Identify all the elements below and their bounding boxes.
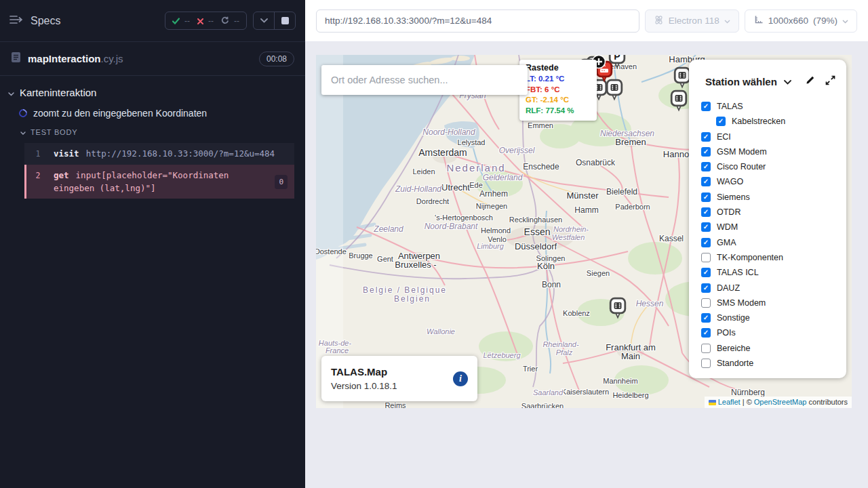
- map-place-label: Lelystad: [458, 138, 486, 146]
- checkbox-checked-icon[interactable]: [701, 283, 711, 293]
- command-method: get: [54, 170, 69, 180]
- aut-topbar: Electron 118 1000x660 (79%): [305, 0, 868, 42]
- map-place-label: Paderborn: [615, 203, 650, 211]
- station-checkbox-label: TALAS: [717, 102, 743, 111]
- test-body-row[interactable]: TEST BODY: [0, 119, 305, 136]
- command-log: 1 visithttp://192.168.10.33:3000/?m=12&u…: [24, 143, 294, 199]
- station-checkbox-row[interactable]: Standorte: [701, 359, 846, 368]
- checkbox-checked-icon[interactable]: [701, 313, 711, 323]
- osm-link[interactable]: OpenStreetMap: [754, 398, 807, 406]
- checkbox-checked-icon[interactable]: [701, 238, 711, 247]
- map-place-label: Hamm: [574, 205, 598, 215]
- station-checkbox-row[interactable]: GMA: [701, 238, 846, 247]
- info-icon[interactable]: i: [453, 371, 468, 386]
- checkbox-checked-icon[interactable]: [701, 328, 711, 338]
- map-place-label: Köln: [537, 261, 555, 271]
- checkbox-checked-icon[interactable]: [701, 102, 711, 111]
- station-checkbox-row[interactable]: Sonstige: [701, 313, 846, 323]
- station-checkbox-row[interactable]: Kabelstrecken: [716, 117, 846, 126]
- station-checkbox-row[interactable]: Siemens: [701, 192, 846, 202]
- station-checkbox-row[interactable]: Cisco Router: [701, 162, 846, 171]
- station-checkbox-row[interactable]: GSM Modem: [701, 147, 846, 157]
- checkbox-checked-icon[interactable]: [701, 192, 711, 202]
- spec-file-row[interactable]: mapInteraction .cy.js 00:08: [0, 42, 305, 76]
- station-checkbox-label: Cisco Router: [717, 162, 766, 171]
- viewport-size: 1000x660: [768, 16, 808, 26]
- station-checkbox-label: Siemens: [717, 192, 750, 202]
- map-place-label: Belgie / Belgique: [363, 285, 447, 295]
- spec-timer: 00:08: [259, 52, 294, 66]
- edit-pencil-icon[interactable]: [805, 75, 816, 88]
- command-number: 2: [29, 169, 47, 182]
- spec-file-name: mapInteraction: [28, 53, 101, 64]
- station-checkbox-row[interactable]: DAUZ: [701, 283, 846, 293]
- map-marker-p[interactable]: P: [608, 55, 626, 73]
- station-checkbox-row[interactable]: WAGO: [701, 177, 846, 186]
- station-checkbox-row[interactable]: TALAS ICL: [701, 268, 846, 277]
- chevron-down-icon[interactable]: [784, 75, 791, 87]
- map-marker-gray[interactable]: [609, 297, 627, 323]
- map-place-label: Oostende: [316, 247, 347, 256]
- map-place-label: Limburg: [477, 242, 504, 250]
- station-checkbox-label: TK-Komponenten: [717, 253, 783, 262]
- map-tooltip-rows: LT: 0.21 °CFBT: 6 °CGT: -2.14 °CRLF: 77.…: [526, 74, 591, 116]
- station-panel-header: Station wählen: [689, 60, 846, 96]
- viewport-select[interactable]: 1000x660 (79%): [745, 9, 857, 33]
- url-input[interactable]: [316, 9, 639, 33]
- station-checkbox-row[interactable]: SMS Modem: [701, 298, 846, 308]
- map-place-label: Pfalz: [556, 348, 572, 357]
- checkbox-unchecked-icon[interactable]: [701, 344, 711, 353]
- failed-count: --: [208, 16, 214, 26]
- map-place-label: Siegen: [587, 269, 610, 277]
- ruler-icon: [753, 15, 764, 27]
- checkbox-checked-icon[interactable]: [701, 222, 711, 232]
- map-place-label: Bruxelles -: [395, 260, 436, 270]
- stop-icon: [281, 17, 289, 24]
- fullscreen-expand-icon[interactable]: [825, 75, 835, 88]
- leaflet-link[interactable]: Leaflet: [718, 398, 741, 406]
- checkbox-checked-icon[interactable]: [701, 132, 711, 142]
- specs-menu-icon[interactable]: [9, 15, 22, 27]
- command-args: input[placeholder="Koordinaten eingeben …: [54, 170, 234, 193]
- command-row-get[interactable]: 2 getinput[placeholder="Koordinaten eing…: [24, 165, 294, 199]
- search-input[interactable]: [321, 65, 528, 95]
- browser-select[interactable]: Electron 118: [645, 9, 739, 33]
- map-marker-gray[interactable]: [670, 89, 688, 115]
- checkbox-unchecked-icon[interactable]: [701, 359, 711, 368]
- checkbox-unchecked-icon[interactable]: [701, 253, 711, 262]
- checkbox-checked-icon[interactable]: [701, 207, 711, 217]
- map-place-label: Bielefeld: [606, 187, 637, 197]
- passed-count: --: [184, 16, 190, 26]
- command-args: http://192.168.10.33:3000/?m=12&u=484: [86, 148, 275, 159]
- checkbox-checked-icon[interactable]: [701, 147, 711, 157]
- checkbox-checked-icon[interactable]: [701, 177, 711, 186]
- station-checkbox-label: Bereiche: [717, 344, 750, 353]
- station-checkbox-label: WDM: [717, 222, 738, 232]
- collapse-chevron-button[interactable]: [254, 12, 274, 29]
- stop-button[interactable]: [275, 12, 295, 29]
- station-checkbox-row[interactable]: WDM: [701, 222, 846, 232]
- command-row-visit[interactable]: 1 visithttp://192.168.10.33:3000/?m=12&u…: [24, 143, 294, 165]
- map-place-label: Reims: [384, 401, 406, 408]
- station-checkbox-row[interactable]: OTDR: [701, 207, 846, 217]
- checkbox-checked-icon[interactable]: [701, 162, 711, 171]
- cypress-reporter: Specs -- -- -- mapInteraction .cy.js 00:…: [0, 0, 305, 488]
- station-checkbox-row[interactable]: TALAS: [701, 102, 846, 111]
- station-select-label[interactable]: Station wählen: [705, 76, 777, 87]
- station-checkbox-row[interactable]: ECI: [701, 132, 846, 142]
- map-place-label: Helmond: [481, 226, 511, 235]
- failed-x-icon: [197, 15, 203, 27]
- attribution-suffix: contributors: [806, 398, 848, 406]
- station-checkbox-row[interactable]: Bereiche: [701, 344, 846, 353]
- test-title: zoomt zu den eingegebenen Koordinaten: [33, 108, 207, 119]
- station-checkbox-row[interactable]: TK-Komponenten: [701, 253, 846, 262]
- station-checkbox-row[interactable]: POIs: [701, 328, 846, 338]
- tooltip-value-row: LT: 0.21 °C: [526, 74, 591, 85]
- checkbox-checked-icon[interactable]: [701, 268, 711, 277]
- checkbox-checked-icon[interactable]: [716, 117, 726, 126]
- pending-restart-icon: [221, 15, 229, 27]
- suite-row[interactable]: Karteninteraktion: [0, 76, 305, 98]
- checkbox-unchecked-icon[interactable]: [701, 298, 711, 308]
- leaflet-map[interactable]: HamburgBremerhavenBremenNiedersachsenEmm…: [316, 55, 852, 408]
- test-row[interactable]: zoomt zu den eingegebenen Koordinaten: [0, 98, 305, 119]
